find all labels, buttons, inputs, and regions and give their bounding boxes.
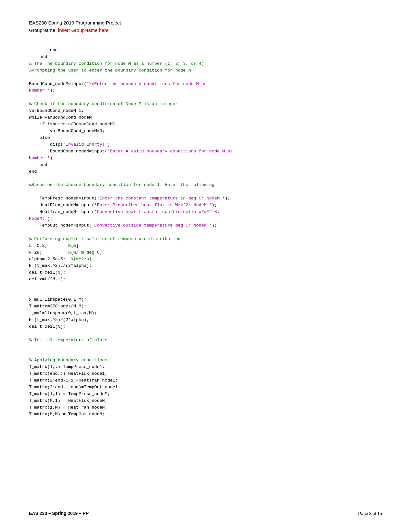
- page-footer: EAS 230 – Spring 2019 – PP Page 8 of 15: [29, 511, 382, 516]
- header-title: EAS230 Spring 2019 Programming Project: [29, 19, 382, 27]
- title-text: EAS230 Spring 2019 Programming Project: [29, 20, 121, 25]
- footer-left: EAS 230 – Spring 2019 – PP: [29, 511, 89, 516]
- code-pre: end end % The The boundary condition for…: [29, 47, 382, 418]
- code-block: end end % The The boundary condition for…: [29, 40, 382, 431]
- header-section: EAS230 Spring 2019 Programming Project G…: [29, 19, 382, 34]
- group-label: GroupName:: [29, 27, 58, 33]
- group-name: insert GroupName here: [58, 27, 109, 33]
- footer-right: Page 8 of 15: [358, 511, 382, 516]
- header-group: GroupName: insert GroupName here: [29, 27, 382, 34]
- page-container: EAS230 Spring 2019 Programming Project G…: [0, 0, 411, 532]
